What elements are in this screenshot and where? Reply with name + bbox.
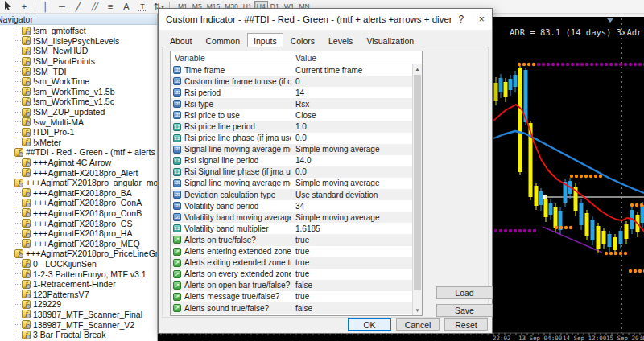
navigator-item[interactable]: ƒ0 - LOCKijunSen	[0, 259, 157, 269]
param-row[interactable]: 123Custom time frame to use (if custom t…	[171, 76, 412, 87]
param-row[interactable]: 1.2Volatility band multiplier1.6185	[171, 223, 412, 234]
navigator-item[interactable]: ƒ!SM_TDI	[0, 66, 157, 76]
vertical-line-tool[interactable]: │	[38, 1, 54, 13]
fibonacci-tool[interactable]: ≡	[102, 1, 118, 13]
navigator-item[interactable]: ƒ!SM_ZUP_updated	[0, 107, 157, 117]
indicator-function-icon: ƒ	[22, 280, 31, 289]
tab-levels[interactable]: Levels	[322, 34, 359, 47]
indicator-function-icon: ƒ	[22, 36, 31, 45]
load-button[interactable]: Load	[436, 286, 493, 299]
param-row[interactable]: 123Rsi price to useClose	[171, 109, 412, 121]
purple-signal-dot	[551, 63, 555, 66]
navigator-item[interactable]: ƒ138987_MTF_Scanner_Final	[0, 310, 157, 320]
navigator-item-label: +++AgimatFX2018pro_BA	[33, 188, 132, 198]
param-row[interactable]: ↗Alerts entering extended zone true/fal.…	[171, 246, 412, 257]
navigator-item[interactable]: ƒ!sm_gmtoffset	[0, 26, 157, 36]
ok-button[interactable]: OK	[348, 318, 391, 331]
param-row[interactable]: ↗Alerts message true/false?true	[171, 291, 412, 302]
param-row[interactable]: ↗Alerts on every extended zone breaktrue	[171, 269, 412, 280]
cancel-button[interactable]: Cancel	[396, 318, 440, 331]
navigator-item[interactable]: ƒ+++AgimatFX2018pro_HA	[0, 228, 157, 239]
indicator-function-icon: ƒ	[22, 320, 31, 329]
navigator-item[interactable]: ƒ123PatternsV7	[0, 289, 157, 299]
param-row[interactable]: ↗	[171, 314, 412, 315]
navigator-item[interactable]: ƒ!sm_WorkTime_v1.5c	[0, 97, 157, 107]
param-variable-label: Rsi price to use	[184, 111, 240, 120]
navigator-item[interactable]: ƒ+++AgimatFX2018pro_MEQ	[0, 238, 157, 249]
navigator-item[interactable]: ƒ!TDI_Pro-1	[0, 127, 157, 138]
navigator-item[interactable]: ƒ+++AgimatFX2018pro_CS	[0, 218, 157, 228]
param-row[interactable]: 123Volatility band moving average method…	[171, 212, 412, 223]
param-row[interactable]: ↗Alerts on true/false?true	[171, 234, 412, 245]
navigator-item[interactable]: ƒ!sm_WorkTime_v1.5b	[0, 87, 157, 97]
scrollbar-thumb[interactable]	[414, 75, 421, 290]
indicator-function-icon: ƒ	[22, 168, 31, 177]
navigator-item[interactable]: ƒ##TDI - Red - Green - (mtf + alerts +ar…	[0, 147, 157, 158]
param-row[interactable]: 123Rsi typeRsx	[171, 98, 412, 109]
navigator-item[interactable]: ƒ3 Bar Fractal Break	[0, 330, 157, 340]
navigator-item[interactable]: ƒ!SM_NewHUD	[0, 46, 157, 56]
save-button[interactable]: Save	[436, 304, 493, 317]
param-row[interactable]: 1.2Rsi signal line period14.0	[171, 155, 412, 166]
navigator-item[interactable]: ƒ+++AgimatFX2018pro_PriceLineGrid	[0, 249, 157, 259]
horizontal-line-tool[interactable]: ─	[54, 1, 70, 13]
help-button[interactable]: ?	[451, 14, 471, 25]
vertical-line-icon: │	[43, 2, 49, 11]
param-row[interactable]: 123Volatility band period34	[171, 200, 412, 212]
text-tool[interactable]: A	[118, 1, 134, 13]
candle-body	[518, 68, 522, 172]
tab-common[interactable]: Common	[199, 34, 246, 47]
orange-signal-dot	[638, 269, 642, 273]
table-scrollbar[interactable]: ▲ ▼	[412, 64, 422, 315]
navigator-item[interactable]: ƒ+++AgimatFX2018pro_Alert	[0, 167, 157, 178]
param-row[interactable]: 123Signal line moving average methodSimp…	[171, 144, 412, 155]
scroll-up-icon[interactable]: ▲	[413, 64, 422, 74]
label-tool[interactable]: T	[134, 1, 151, 13]
navigator-item[interactable]: ƒ+++Agimat 4C Arrow	[0, 158, 157, 168]
navigator-item[interactable]: ƒ+++AgimatFX2018pro_ConA	[0, 198, 157, 208]
indicator-function-icon: ƒ	[22, 117, 31, 126]
tab-about[interactable]: About	[163, 34, 198, 47]
param-row[interactable]: 123Time frameCurrent time frame	[171, 64, 412, 76]
tab-visualization[interactable]: Visualization	[360, 34, 420, 47]
navigator-item[interactable]: ƒ1-Retracement-Finder	[0, 279, 157, 290]
tab-inputs[interactable]: Inputs	[247, 33, 283, 47]
navigator-item[interactable]: ƒ!SM_PivotPoints	[0, 56, 157, 67]
navigator-item[interactable]: ƒ!xMeter	[0, 138, 157, 148]
navigator-item[interactable]: ƒ!SM_IlsleyPsychLevels	[0, 36, 157, 47]
param-row[interactable]: ↗Alerts sound true/false?false	[171, 302, 412, 314]
param-row[interactable]: ↗Alerts exiting extended zone true/false…	[171, 257, 412, 269]
navigator-item[interactable]: ƒ1-2-3 PatternFunyo, MTF v3.1	[0, 269, 157, 279]
reset-button[interactable]: Reset	[444, 318, 488, 331]
param-row[interactable]: 1.2Rsi price line period1.0	[171, 121, 412, 132]
dialog-titlebar[interactable]: Custom Indicator - ##TDI - Red - Green -…	[159, 9, 492, 30]
navigator-item-label: !sm_WorkTime	[33, 76, 89, 86]
close-button[interactable]: ×	[472, 14, 492, 25]
navigator-panel: Navigator ƒ!sm_gmtoffsetƒ!SM_IlsleyPsych…	[0, 14, 158, 341]
navigator-item[interactable]: ƒ+++AgimatFX2018pro_BA	[0, 188, 157, 199]
navigator-item[interactable]: ƒ129229	[0, 299, 157, 310]
orange-signal-dot	[527, 63, 530, 66]
param-row[interactable]: 123Signal line moving average methodSimp…	[171, 178, 412, 189]
tab-colors[interactable]: Colors	[284, 34, 321, 47]
cursor-tool[interactable]	[0, 1, 16, 13]
navigator-item[interactable]: ƒ+++AgimatFX2018pro_ConB	[0, 208, 157, 219]
navigator-item[interactable]: ƒ+++AgimatFX2018pro_angular_moment	[0, 178, 157, 188]
param-row[interactable]: 1.2Rsi price line phase (if jma used)0.0	[171, 133, 412, 144]
param-row[interactable]: 1.2Rsi Signal line phase (if jma used)0.…	[171, 166, 412, 178]
channel-tool[interactable]: ╱╱	[86, 1, 102, 13]
crosshair-tool[interactable]: +	[16, 1, 32, 13]
param-type-double-icon: 1.2	[173, 157, 181, 165]
navigator-item[interactable]: ƒ138987_MTF_Scanner_V2	[0, 319, 157, 330]
navigator-item[interactable]: ƒ!sm_WorkTime	[0, 76, 157, 87]
param-row[interactable]: 123Deviation calculation typeUse standar…	[171, 189, 412, 200]
scroll-down-icon[interactable]: ▼	[413, 306, 422, 315]
fibonacci-icon: ≡	[108, 2, 113, 11]
param-type-int-icon: 123	[173, 88, 181, 97]
param-row[interactable]: ↗Alerts on open bar true/false?false	[171, 280, 412, 291]
param-row[interactable]: 123Rsi period14	[171, 87, 412, 98]
param-variable-cell: 1.2Rsi Signal line phase (if jma used)	[171, 167, 291, 176]
navigator-item[interactable]: ƒ!sw_Multi-MA	[0, 117, 157, 127]
param-variable-cell: ↗Alerts on true/false?	[171, 236, 291, 244]
trendline-tool[interactable]: ╱	[70, 1, 86, 13]
